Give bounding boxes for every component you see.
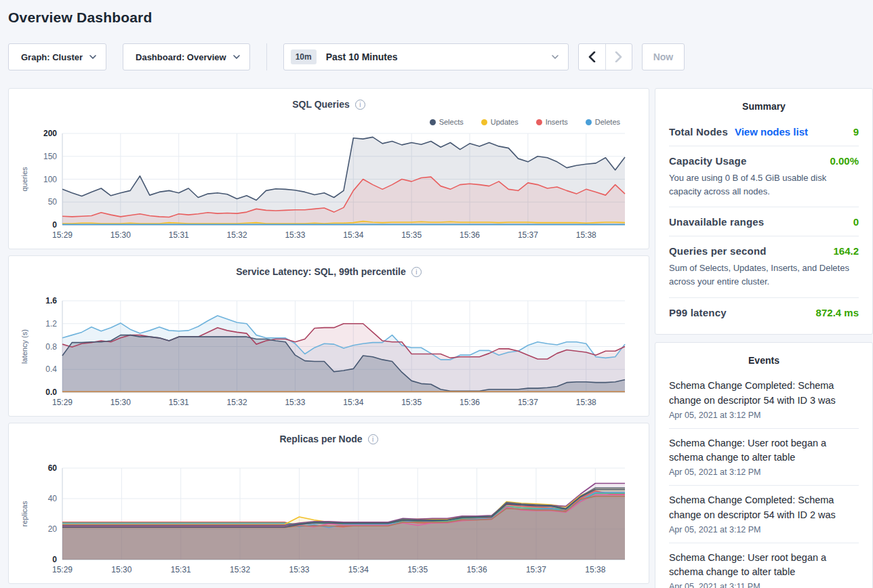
sidebar-column: Summary Total NodesView nodes list9Capac… xyxy=(655,88,873,588)
legend-item[interactable]: Inserts xyxy=(536,117,568,127)
dashboard-content: SQL Queries i SelectsUpdatesInsertsDelet… xyxy=(8,88,873,588)
svg-text:15:33: 15:33 xyxy=(285,230,305,240)
dashboard-selector-dropdown[interactable]: Dashboard: Overview xyxy=(123,43,250,70)
summary-label: Capacity Usage xyxy=(669,155,747,167)
time-range-label: Past 10 Minutes xyxy=(326,51,552,62)
legend-item[interactable]: Deletes xyxy=(586,117,620,127)
summary-value: 0.00% xyxy=(830,155,859,167)
summary-value: 9 xyxy=(853,126,859,138)
svg-text:0: 0 xyxy=(52,555,57,564)
svg-text:15:30: 15:30 xyxy=(111,565,131,574)
legend-dot-icon xyxy=(586,119,592,125)
info-icon[interactable]: i xyxy=(411,267,422,277)
graph-selector-label: Graph: Cluster xyxy=(21,52,83,62)
replicas-per-node-chart-card: Replicas per Node i 15:2915:3015:3115:32… xyxy=(8,423,649,584)
chart-title: Service Latency: SQL, 99th percentile xyxy=(236,266,406,277)
event-timestamp: Apr 05, 2021 at 3:12 PM xyxy=(669,467,859,477)
svg-text:0.4: 0.4 xyxy=(45,364,57,374)
sql-queries-chart-card: SQL Queries i SelectsUpdatesInsertsDelet… xyxy=(8,88,649,249)
replicas-per-node-chart[interactable]: 15:2915:3015:3115:3215:3315:3415:3515:36… xyxy=(18,463,649,580)
legend-item[interactable]: Updates xyxy=(481,117,519,127)
view-nodes-list-link[interactable]: View nodes list xyxy=(735,126,808,138)
svg-text:15:32: 15:32 xyxy=(230,565,250,574)
svg-text:0: 0 xyxy=(52,220,57,230)
info-icon[interactable]: i xyxy=(355,100,365,110)
svg-text:15:31: 15:31 xyxy=(169,398,189,407)
svg-text:replicas: replicas xyxy=(20,501,28,526)
dashboard-selector-label: Dashboard: Overview xyxy=(136,52,226,62)
legend-label: Selects xyxy=(439,118,464,126)
summary-label: Unavailable ranges xyxy=(669,216,764,228)
event-message: Schema Change: User root began a schema … xyxy=(669,551,859,581)
summary-label: Queries per second xyxy=(669,245,767,257)
svg-text:15:29: 15:29 xyxy=(52,398,73,407)
svg-text:15:36: 15:36 xyxy=(460,398,480,407)
event-item[interactable]: Schema Change Completed: Schema change o… xyxy=(669,371,859,429)
svg-text:15:32: 15:32 xyxy=(227,398,247,407)
events-panel: Events Schema Change Completed: Schema c… xyxy=(655,342,873,588)
previous-timeframe-button[interactable] xyxy=(579,44,605,70)
legend-dot-icon xyxy=(430,119,436,125)
next-timeframe-button[interactable] xyxy=(605,44,632,70)
summary-rows: Total NodesView nodes list9Capacity Usag… xyxy=(669,117,859,327)
chevron-down-icon xyxy=(89,55,96,59)
legend-item[interactable]: Selects xyxy=(430,117,464,127)
svg-text:100: 100 xyxy=(43,175,57,184)
summary-row: Unavailable ranges0 xyxy=(669,207,859,236)
event-item[interactable]: Schema Change: User root began a schema … xyxy=(669,429,859,486)
event-item[interactable]: Schema Change: User root began a schema … xyxy=(669,543,859,588)
service-latency-chart[interactable]: 15:2915:3015:3115:3215:3315:3415:3515:36… xyxy=(18,295,649,413)
summary-description: You are using 0 B of 4.5 GiB usable disk… xyxy=(669,171,859,198)
legend-label: Deletes xyxy=(595,118,620,126)
summary-title: Summary xyxy=(669,101,859,112)
legend-dot-icon xyxy=(536,119,542,125)
svg-text:15:37: 15:37 xyxy=(526,565,546,574)
chevron-left-icon xyxy=(588,51,596,62)
event-timestamp: Apr 05, 2021 at 3:12 PM xyxy=(669,525,859,534)
chevron-down-icon xyxy=(552,55,559,59)
summary-row: Queries per second164.2Sum of Selects, U… xyxy=(669,236,859,297)
chevron-right-icon xyxy=(615,51,622,62)
event-message: Schema Change Completed: Schema change o… xyxy=(669,493,859,523)
summary-row: P99 latency872.4 ms xyxy=(669,298,859,327)
overview-dashboard-page: Overview Dashboard Graph: Cluster Dashbo… xyxy=(0,0,873,588)
svg-text:15:36: 15:36 xyxy=(467,565,487,574)
chevron-down-icon xyxy=(233,55,240,59)
svg-text:15:38: 15:38 xyxy=(576,230,596,240)
svg-text:15:37: 15:37 xyxy=(518,230,538,240)
event-item[interactable]: Schema Change Completed: Schema change o… xyxy=(669,486,859,543)
controls-row: Graph: Cluster Dashboard: Overview 10m P… xyxy=(8,43,873,70)
graph-selector-dropdown[interactable]: Graph: Cluster xyxy=(8,43,106,70)
svg-text:15:31: 15:31 xyxy=(169,230,189,240)
controls-divider xyxy=(266,43,267,70)
time-range-dropdown[interactable]: 10m Past 10 Minutes xyxy=(283,43,569,70)
summary-label: Total Nodes xyxy=(669,126,728,138)
info-icon[interactable]: i xyxy=(368,434,378,444)
service-latency-chart-card: Service Latency: SQL, 99th percentile i … xyxy=(8,255,649,417)
svg-text:15:38: 15:38 xyxy=(576,398,596,407)
svg-text:15:29: 15:29 xyxy=(52,230,73,240)
svg-text:40: 40 xyxy=(48,494,58,503)
svg-text:15:35: 15:35 xyxy=(401,230,422,240)
sql-queries-chart[interactable]: 15:2915:3015:3115:3215:3315:3415:3515:36… xyxy=(18,128,649,245)
event-timestamp: Apr 05, 2021 at 3:12 PM xyxy=(669,411,859,420)
svg-text:0.8: 0.8 xyxy=(45,342,57,352)
svg-text:15:29: 15:29 xyxy=(52,565,73,574)
svg-text:15:32: 15:32 xyxy=(227,230,247,240)
svg-text:15:37: 15:37 xyxy=(518,398,538,407)
time-step-buttons xyxy=(578,43,632,70)
now-button[interactable]: Now xyxy=(642,43,685,70)
time-range-badge: 10m xyxy=(291,49,317,64)
legend-label: Inserts xyxy=(546,118,568,126)
page-title: Overview Dashboard xyxy=(8,9,873,26)
svg-text:15:30: 15:30 xyxy=(110,398,131,407)
svg-text:15:33: 15:33 xyxy=(285,398,305,407)
svg-text:1.6: 1.6 xyxy=(45,296,57,306)
svg-text:15:31: 15:31 xyxy=(171,565,191,574)
svg-text:50: 50 xyxy=(48,197,58,207)
events-title: Events xyxy=(669,355,859,366)
svg-text:60: 60 xyxy=(48,463,58,473)
svg-text:1.2: 1.2 xyxy=(45,319,57,329)
event-timestamp: Apr 05, 2021 at 3:11 PM xyxy=(669,582,859,588)
svg-text:15:34: 15:34 xyxy=(343,230,363,240)
